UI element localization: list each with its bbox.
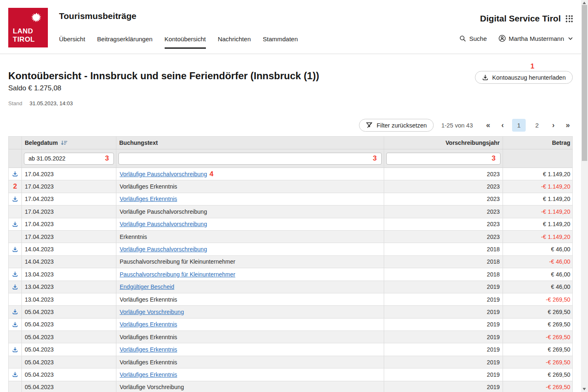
land-tirol-logo[interactable]: LAND TIROL	[8, 8, 48, 47]
table-row: 17.04.2023 Vorläufige Pauschalvorschreib…	[9, 205, 572, 218]
booking-text: Vorläufiges Erkenntnis	[120, 296, 177, 303]
booking-text[interactable]: Vorläufige Pauschalvorschreibung	[120, 246, 207, 253]
pagination-prev-button[interactable]: ‹	[498, 119, 508, 132]
search-button[interactable]: Suche	[459, 35, 487, 42]
pagination-range: 1-25 von 43	[441, 122, 473, 129]
booking-text[interactable]: Vorläufiges Erkenntnis	[120, 371, 177, 378]
header-betrag[interactable]: Betrag	[503, 137, 573, 149]
row-amount: € 46,00	[503, 243, 573, 255]
row-year: 2018	[384, 243, 503, 255]
booking-text[interactable]: Vorläufige Pauschalvorschreibung	[120, 171, 207, 177]
row-amount: € 269,50	[503, 306, 573, 318]
filter-icon-col	[9, 149, 22, 168]
row-year: 2023	[384, 218, 503, 230]
row-date: 05.04.2023	[22, 343, 116, 355]
booking-text: Vorläufige Vorschreibung	[120, 384, 184, 390]
row-date: 05.04.2023	[22, 356, 116, 368]
row-amount: -€ 1.149,20	[503, 180, 573, 192]
tirol-eagle-icon	[28, 11, 45, 27]
row-text-cell: Vorläufiges Erkenntnis	[116, 368, 384, 380]
booking-text[interactable]: Vorläufiges Erkenntnis	[120, 346, 177, 353]
tab-kontoübersicht[interactable]: Kontoübersicht	[165, 35, 206, 49]
row-download-cell	[9, 268, 22, 280]
tab-beitragserklärungen[interactable]: Beitragserklärungen	[97, 35, 152, 49]
row-download-cell	[9, 193, 22, 205]
year-filter-input[interactable]	[386, 153, 501, 165]
pagination-first-button[interactable]: «	[483, 119, 493, 132]
row-amount: € 1.149,20	[503, 218, 573, 230]
row-date: 05.04.2023	[22, 319, 116, 331]
pagination-next-button[interactable]: ›	[548, 119, 558, 132]
row-year: 2019	[384, 281, 503, 293]
scrollbar-down-arrow[interactable]	[583, 388, 586, 390]
date-filter-input[interactable]	[24, 153, 114, 165]
row-year: 2019	[384, 319, 503, 331]
row-download-icon[interactable]	[12, 246, 18, 253]
row-download-icon[interactable]	[12, 347, 18, 353]
row-date: 13.04.2023	[22, 281, 116, 293]
row-download-cell	[9, 368, 22, 380]
row-text-cell: Erkenntnis	[116, 231, 384, 243]
user-name: Martha Mustermann	[509, 35, 564, 42]
row-download-cell: 2	[9, 180, 22, 192]
vertical-scrollbar[interactable]	[581, 0, 588, 392]
row-year: 2023	[384, 193, 503, 205]
table-row: 14.04.2023 Pauschalvorschreibung für Kle…	[9, 256, 572, 268]
apps-grid-icon[interactable]	[566, 15, 573, 22]
pagination-last-button[interactable]: »	[563, 119, 573, 132]
reset-filter-button[interactable]: Filter zurücksetzen	[359, 119, 434, 132]
booking-text-filter-input[interactable]	[118, 153, 382, 165]
scrollbar-thumb[interactable]	[582, 5, 587, 161]
booking-text[interactable]: Pauschalvorschreibung für Kleinunternehm…	[120, 271, 235, 278]
annotation-1: 1	[531, 62, 534, 71]
sort-descending-icon[interactable]	[61, 140, 68, 146]
row-year: 2018	[384, 256, 503, 268]
row-download-cell	[9, 293, 22, 305]
pagination-page-2[interactable]: 2	[530, 119, 544, 132]
row-download-icon[interactable]	[12, 321, 18, 328]
reset-filter-label: Filter zurücksetzen	[377, 122, 427, 129]
row-download-cell	[9, 281, 22, 293]
row-text-cell: Vorläufige Pauschalvorschreibung	[116, 243, 384, 255]
row-download-icon[interactable]	[12, 221, 18, 227]
row-date: 13.04.2023	[22, 293, 116, 305]
scrollbar-up-arrow[interactable]	[583, 2, 586, 4]
row-amount: € 1.149,20	[503, 193, 573, 205]
row-amount: € 46,00	[503, 268, 573, 280]
row-date: 17.04.2023	[22, 193, 116, 205]
table-row: 14.04.2023 Vorläufige Pauschalvorschreib…	[9, 243, 572, 255]
annotation-3c: 3	[492, 154, 496, 163]
header-belegdatum[interactable]: Belegdatum	[22, 137, 116, 149]
pagination-page-1[interactable]: 1	[512, 119, 526, 132]
header-vorschreibungsjahr[interactable]: Vorschreibungsjahr	[384, 137, 503, 149]
row-date: 17.04.2023	[22, 180, 116, 192]
row-download-icon[interactable]	[12, 196, 18, 202]
row-download-icon[interactable]	[12, 284, 18, 290]
booking-text[interactable]: Vorläufiges Erkenntnis	[120, 321, 177, 328]
row-download-icon[interactable]	[12, 171, 18, 177]
table-row: 17.04.2023 Vorläufige Pauschalvorschreib…	[9, 218, 572, 231]
booking-text[interactable]: Endgültiger Bescheid	[120, 283, 174, 290]
row-download-icon[interactable]	[12, 309, 18, 315]
page-title: Kontoübersicht - Innsbruck und seine Fer…	[8, 70, 319, 82]
row-download-icon[interactable]	[12, 271, 18, 277]
tab-nachrichten[interactable]: Nachrichten	[218, 35, 251, 49]
booking-text[interactable]: Vorläufige Vorschreibung	[120, 309, 184, 315]
booking-text[interactable]: Vorläufige Pauschalvorschreibung	[120, 221, 207, 227]
booking-text: Pauschalvorschreibung für Kleinunternehm…	[120, 258, 235, 265]
user-menu[interactable]: Martha Mustermann	[498, 35, 573, 42]
tab-stammdaten[interactable]: Stammdaten	[263, 35, 298, 49]
table-row: 2 17.04.2023 Vorläufiges Erkenntnis 2023…	[9, 180, 572, 193]
row-download-cell	[9, 319, 22, 331]
table-row: 05.04.2023 Vorläufige Vorschreibung 2019…	[9, 381, 572, 392]
row-download-icon[interactable]	[12, 371, 18, 378]
row-download-cell	[9, 205, 22, 217]
booking-text[interactable]: Vorläufiges Erkenntnis	[120, 196, 177, 202]
tab-übersicht[interactable]: Übersicht	[59, 35, 85, 49]
row-amount: -€ 269,50	[503, 331, 573, 343]
table-row: 17.04.2023 Erkenntnis 2023 -€ 1.149,20	[9, 231, 572, 243]
row-date: 17.04.2023	[22, 218, 116, 230]
download-statement-button[interactable]: Kontoauszug herunterladen	[475, 71, 573, 84]
row-text-cell: Vorläufiges Erkenntnis	[116, 319, 384, 331]
header-buchungstext[interactable]: Buchungstext	[116, 137, 384, 149]
